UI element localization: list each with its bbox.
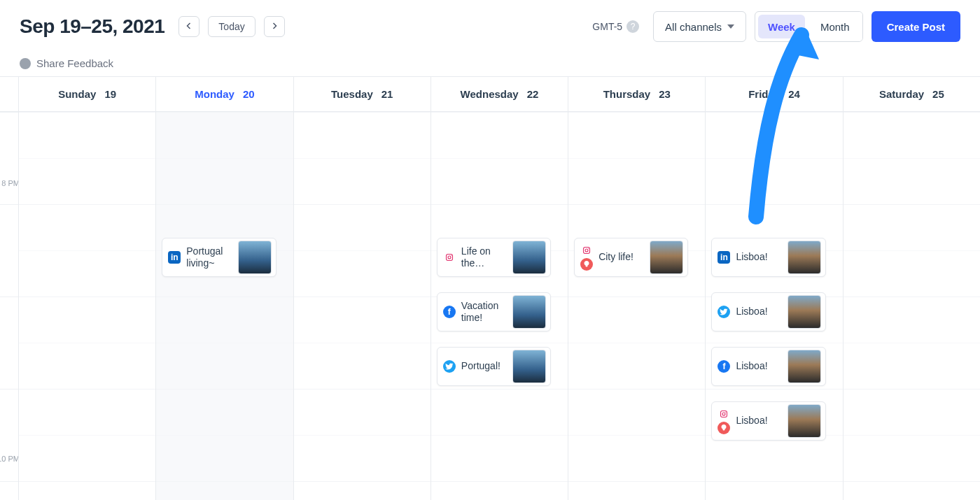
svg-point-5	[588, 248, 589, 249]
post-card[interactable]: Portugal!	[437, 347, 551, 386]
day-column-monday[interactable]: inPortugal living~	[155, 112, 293, 500]
day-header-sunday: Sunday19	[18, 77, 155, 112]
day-header-friday: Friday24	[705, 77, 842, 112]
linkedin-icon: in	[168, 251, 181, 264]
post-channel-icons	[443, 251, 456, 264]
day-name: Thursday	[603, 88, 651, 100]
facebook-icon: f	[718, 360, 730, 373]
calendar-grid: Sunday19Monday20Tuesday21Wednesday22Thur…	[0, 76, 980, 500]
post-text: Portugal!	[461, 360, 507, 373]
view-month-button[interactable]: Month	[808, 12, 862, 41]
post-text: Life on the…	[461, 245, 507, 270]
channels-dropdown-label: All channels	[665, 21, 722, 33]
post-card[interactable]: Lisboa!	[711, 292, 825, 331]
post-channel-icons: f	[443, 306, 456, 318]
post-text: Vacation time!	[461, 300, 507, 324]
post-card[interactable]: fVacation time!	[437, 292, 551, 331]
day-number: 23	[659, 88, 671, 100]
post-channel-icons: in	[168, 251, 181, 264]
post-channel-icons	[443, 360, 456, 373]
view-toggle: Week Month	[755, 11, 863, 42]
day-column-tuesday[interactable]	[293, 112, 430, 500]
post-thumbnail	[512, 350, 546, 383]
today-button[interactable]: Today	[208, 16, 255, 37]
channels-dropdown[interactable]: All channels	[653, 11, 746, 42]
svg-point-2	[451, 255, 451, 256]
post-card[interactable]: Life on the…	[437, 238, 551, 277]
topbar-right: GMT-5 ? All channels Week Month Create P…	[592, 11, 960, 42]
create-post-button[interactable]: Create Post	[872, 11, 960, 42]
instagram-icon	[580, 244, 593, 257]
chat-bubble-icon	[20, 58, 31, 69]
post-card[interactable]: fLisboa!	[711, 347, 825, 386]
day-name: Sunday	[58, 88, 96, 100]
post-text: Lisboa!	[736, 360, 781, 373]
post-channel-icons	[718, 306, 730, 318]
day-name: Friday	[748, 88, 780, 100]
instagram-icon	[443, 251, 456, 264]
svg-point-1	[448, 256, 451, 259]
post-channel-icons: in	[718, 251, 730, 264]
svg-point-8	[726, 412, 727, 413]
day-number: 24	[788, 88, 800, 100]
next-week-button[interactable]	[264, 16, 285, 37]
time-label: 8 PM	[1, 179, 18, 187]
help-icon[interactable]: ?	[626, 20, 639, 33]
prev-week-button[interactable]	[178, 16, 200, 37]
post-thumbnail	[512, 295, 546, 329]
time-gutter: 8 PM10 PM	[0, 112, 18, 500]
arrow-right-icon	[270, 22, 279, 32]
twitter-icon	[443, 360, 456, 373]
instagram-icon	[718, 408, 730, 420]
post-text: Lisboa!	[736, 415, 781, 427]
svg-point-4	[585, 249, 588, 252]
timezone-text: GMT-5	[592, 21, 622, 32]
story-icon	[718, 422, 730, 434]
day-number: 20	[243, 88, 255, 100]
facebook-icon: f	[443, 306, 456, 318]
day-number: 25	[932, 88, 944, 100]
day-header-thursday: Thursday23	[568, 77, 705, 112]
day-header-saturday: Saturday25	[843, 77, 980, 112]
day-column-friday[interactable]: inLisboa!Lisboa!fLisboa!Lisboa!	[705, 112, 842, 500]
day-column-sunday[interactable]	[18, 112, 155, 500]
post-text: Portugal living~	[186, 245, 232, 270]
arrow-left-icon	[185, 22, 193, 32]
timezone-label: GMT-5 ?	[592, 20, 639, 33]
post-text: City life!	[598, 251, 644, 264]
day-name: Monday	[195, 88, 234, 100]
day-column-saturday[interactable]	[843, 112, 980, 500]
date-range: Sep 19–25, 2021	[20, 15, 164, 38]
day-name: Wednesday	[461, 88, 519, 100]
post-text: Lisboa!	[736, 251, 781, 264]
day-header-wednesday: Wednesday22	[430, 77, 568, 112]
day-number: 21	[382, 88, 393, 100]
day-header-tuesday: Tuesday21	[293, 77, 430, 112]
day-column-thursday[interactable]: City life!	[568, 112, 705, 500]
share-feedback-link[interactable]: Share Feedback	[0, 45, 980, 76]
post-channel-icons: f	[718, 360, 730, 373]
story-icon	[580, 258, 593, 271]
post-card[interactable]: Lisboa!	[711, 401, 825, 441]
post-channel-icons	[580, 244, 593, 271]
post-card[interactable]: inLisboa!	[711, 238, 825, 277]
topbar-left: Sep 19–25, 2021 Today	[20, 15, 285, 38]
post-card[interactable]: City life!	[574, 238, 688, 277]
day-name: Saturday	[879, 88, 924, 100]
day-number: 22	[527, 88, 539, 100]
svg-point-7	[722, 413, 725, 415]
time-label: 10 PM	[0, 455, 18, 463]
post-thumbnail	[788, 404, 821, 438]
day-column-wednesday[interactable]: Life on the…fVacation time!Portugal!	[430, 112, 568, 500]
view-week-button[interactable]: Week	[758, 15, 805, 38]
post-thumbnail	[512, 241, 546, 274]
share-feedback-label: Share Feedback	[36, 57, 113, 69]
post-channel-icons	[718, 408, 730, 434]
post-thumbnail	[788, 350, 821, 383]
topbar: Sep 19–25, 2021 Today GMT-5 ? All channe…	[0, 0, 980, 45]
day-header-monday: Monday20	[155, 77, 293, 112]
post-thumbnail	[650, 241, 683, 274]
chevron-down-icon	[727, 24, 734, 29]
post-thumbnail	[788, 241, 821, 274]
post-card[interactable]: inPortugal living~	[162, 238, 276, 277]
